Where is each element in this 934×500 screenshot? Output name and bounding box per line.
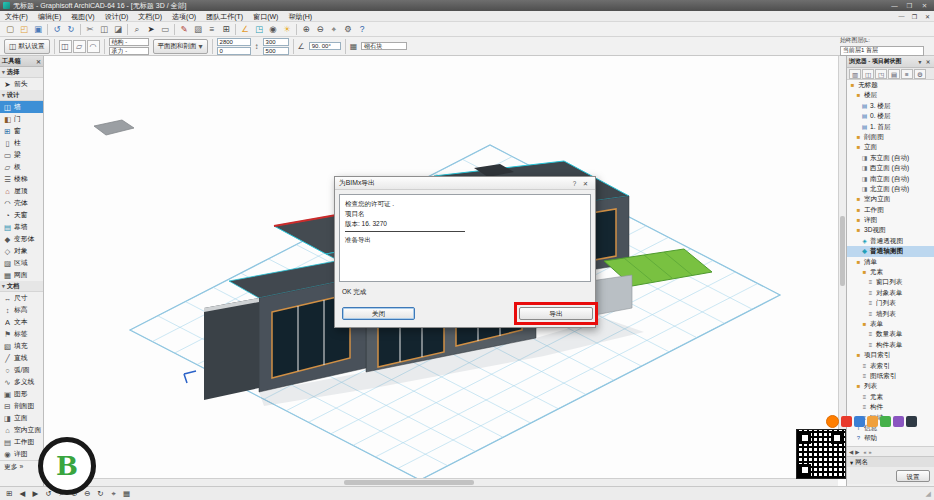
toolbox-item[interactable]: ◠壳体 bbox=[0, 197, 43, 209]
toolbox-item[interactable]: ▣图形 bbox=[0, 388, 43, 400]
scale-icon[interactable]: ▦ bbox=[120, 488, 133, 500]
toolbox-item[interactable]: ☰楼梯 bbox=[0, 173, 43, 185]
back-icon[interactable]: ◀ bbox=[16, 488, 29, 500]
tree-item[interactable]: ≡构件 bbox=[847, 402, 934, 412]
menu-item[interactable]: 设计(D) bbox=[100, 11, 134, 22]
toolbox-item[interactable]: ◨立面 bbox=[0, 412, 43, 424]
tree-item[interactable]: ■室内立面 bbox=[847, 194, 934, 204]
toolbox-close-icon[interactable]: ✕ bbox=[36, 58, 41, 65]
redo-icon[interactable]: ↻ bbox=[64, 23, 78, 36]
menu-item[interactable]: 编辑(E) bbox=[33, 11, 66, 22]
toolbox-item[interactable]: ▤幕墙 bbox=[0, 221, 43, 233]
tree-item[interactable]: ≡表索引 bbox=[847, 361, 934, 371]
toolbox-item[interactable]: ↔尺寸 bbox=[0, 292, 43, 304]
toolbox-item[interactable]: ◉详图 bbox=[0, 448, 43, 460]
layout-grid-icon[interactable]: ⊞ bbox=[3, 488, 16, 500]
maximize-button[interactable]: ❐ bbox=[902, 2, 917, 10]
navigator-close-icon[interactable]: ✕ bbox=[924, 59, 932, 65]
toolbox-more[interactable]: 更多 » bbox=[0, 460, 43, 472]
toolbox-item[interactable]: ▦网面 bbox=[0, 269, 43, 281]
tree-item[interactable]: ◨北立面 (自动) bbox=[847, 184, 934, 194]
toolbox-section-header[interactable]: ▾文档 bbox=[0, 281, 43, 292]
menu-item[interactable]: 团队工作(T) bbox=[201, 11, 248, 22]
toolbox-item[interactable]: ◇对象 bbox=[0, 245, 43, 257]
toolbox-item[interactable]: ▱板 bbox=[0, 161, 43, 173]
navigator-settings-icon[interactable]: ⚙ bbox=[914, 69, 926, 79]
tree-item[interactable]: ■清单 bbox=[847, 257, 934, 267]
minimize-button[interactable]: — bbox=[887, 2, 902, 9]
toolbox-section-header[interactable]: ▾设计 bbox=[0, 90, 43, 101]
bearing-select[interactable]: 承力 - bbox=[109, 47, 149, 55]
3d-map-tab-icon[interactable]: ◳ bbox=[875, 69, 887, 79]
navigator-collapse-icon[interactable]: ▾ bbox=[916, 59, 924, 65]
tree-item[interactable]: ■无标题 bbox=[847, 80, 934, 90]
guide-lines-icon[interactable]: ∠ bbox=[238, 23, 252, 36]
marquee-icon[interactable]: ▭ bbox=[158, 23, 172, 36]
pager-prev-icon[interactable]: « bbox=[863, 449, 866, 455]
navigator-footer-group[interactable]: ▾ 网名 bbox=[847, 456, 934, 467]
copy-icon[interactable]: ◫ bbox=[97, 23, 111, 36]
menu-item[interactable]: 选项(O) bbox=[167, 11, 201, 22]
toolbox-item[interactable]: ⚑标签 bbox=[0, 328, 43, 340]
toolbox-item[interactable]: ↕标高 bbox=[0, 304, 43, 316]
publisher-tab-icon[interactable]: ≡ bbox=[901, 69, 913, 79]
share-qq-icon[interactable] bbox=[867, 416, 878, 427]
structure-select[interactable]: 结构 - bbox=[109, 38, 149, 46]
tree-item[interactable]: ?帮助 bbox=[847, 433, 934, 443]
menu-item[interactable]: 帮助(H) bbox=[283, 11, 317, 22]
layout-book-tab-icon[interactable]: ▤ bbox=[888, 69, 900, 79]
share-wechat-icon[interactable] bbox=[880, 416, 891, 427]
wall-trapezoid-icon[interactable]: ▱ bbox=[73, 40, 86, 53]
tree-item[interactable]: ≡图纸索引 bbox=[847, 371, 934, 381]
base-offset-field[interactable]: 0 bbox=[217, 47, 251, 55]
open-project-icon[interactable]: ◰ bbox=[17, 23, 31, 36]
pan-icon[interactable]: ⌖ bbox=[107, 488, 120, 500]
help-icon[interactable]: ? bbox=[355, 23, 369, 36]
tree-item[interactable]: ▤0. 楼层 bbox=[847, 111, 934, 121]
tree-item[interactable]: ◨东立面 (自动) bbox=[847, 153, 934, 163]
toolbox-item[interactable]: ◆变形体 bbox=[0, 233, 43, 245]
tree-item[interactable]: ◈普通透视图 bbox=[847, 236, 934, 246]
tree-item[interactable]: ■楼层 bbox=[847, 90, 934, 100]
tree-item[interactable]: ≡窗口列表 bbox=[847, 277, 934, 287]
tree-item[interactable]: ■项目索引 bbox=[847, 350, 934, 360]
pager-left-icon[interactable]: ◀ bbox=[849, 449, 853, 455]
search-icon[interactable]: ⌕ bbox=[130, 23, 144, 36]
zoom-in-icon[interactable]: ⊕ bbox=[299, 23, 313, 36]
undo-icon[interactable]: ↺ bbox=[50, 23, 64, 36]
menu-item[interactable]: 视图(V) bbox=[66, 11, 99, 22]
reference-line-field[interactable]: 500 bbox=[263, 47, 289, 55]
settings-button[interactable]: 设置 bbox=[896, 470, 930, 482]
wall-straight-icon[interactable]: ◫ bbox=[59, 40, 72, 53]
toolbox-item[interactable]: ◔天窗 bbox=[0, 209, 43, 221]
settings-icon[interactable]: ⚙ bbox=[341, 23, 355, 36]
toolbox-item[interactable]: ➤箭头 bbox=[0, 78, 43, 90]
grid-snap-icon[interactable]: ⊞ bbox=[219, 23, 233, 36]
toolbox-item[interactable]: ▧填充 bbox=[0, 340, 43, 352]
project-map-tab-icon[interactable]: ▥ bbox=[849, 69, 861, 79]
forward-icon[interactable]: ▶ bbox=[29, 488, 42, 500]
tree-item[interactable]: ■工作图 bbox=[847, 205, 934, 215]
paste-icon[interactable]: ◪ bbox=[111, 23, 125, 36]
layers-icon[interactable]: ≡ bbox=[205, 23, 219, 36]
toolbox-item[interactable]: ⌂室内立面 bbox=[0, 424, 43, 436]
tree-item[interactable]: ■剖面图 bbox=[847, 132, 934, 142]
tree-item[interactable]: ■立面 bbox=[847, 142, 934, 152]
horizontal-scroll-thumb[interactable] bbox=[344, 480, 474, 485]
fill-icon[interactable]: ▨ bbox=[191, 23, 205, 36]
dialog-titlebar[interactable]: 为BIMx导出 ? ✕ bbox=[335, 177, 595, 190]
dialog-close-button[interactable]: 关闭 bbox=[342, 307, 415, 320]
tree-item[interactable]: ≡数量表单 bbox=[847, 329, 934, 339]
default-settings-button[interactable]: ◫ 默认设置 bbox=[4, 39, 50, 54]
tree-item[interactable]: ■列表 bbox=[847, 381, 934, 391]
tree-item[interactable]: ◈普通轴测图 bbox=[847, 246, 934, 256]
tree-item[interactable]: ◨西立面 (自动) bbox=[847, 163, 934, 173]
close-button[interactable]: ✕ bbox=[917, 2, 932, 10]
share-video-icon[interactable] bbox=[841, 416, 852, 427]
toolbox-item[interactable]: ○弧/圆 bbox=[0, 364, 43, 376]
new-document-icon[interactable]: ▢ bbox=[3, 23, 17, 36]
3d-view-icon[interactable]: ◳ bbox=[252, 23, 266, 36]
plan-and-section-button[interactable]: 平面图和剖面 ▾ bbox=[153, 39, 208, 54]
share-main-icon[interactable] bbox=[826, 415, 839, 428]
save-icon[interactable]: ▣ bbox=[31, 23, 45, 36]
